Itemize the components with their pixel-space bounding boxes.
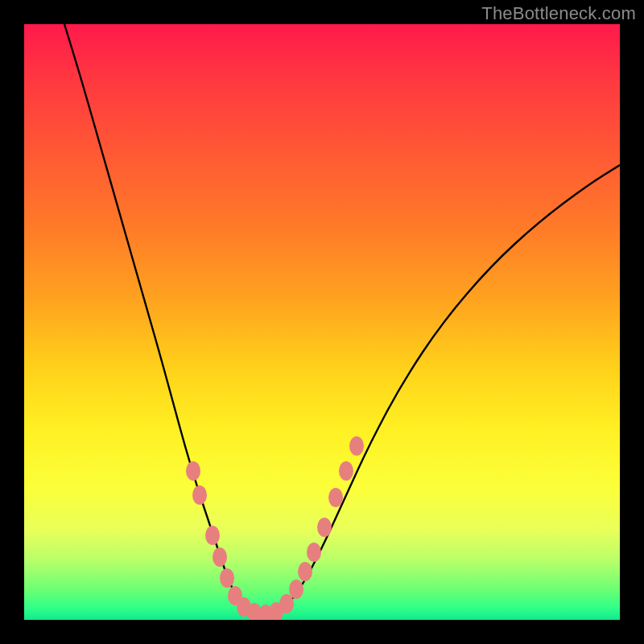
marker-dot — [307, 543, 321, 562]
chart-frame: TheBottleneck.com — [0, 0, 644, 644]
curve-right — [280, 165, 620, 610]
marker-dot — [339, 461, 353, 481]
watermark-text: TheBottleneck.com — [481, 3, 636, 24]
marker-dot — [213, 547, 227, 567]
marker-dot — [317, 518, 332, 537]
curve-left — [64, 24, 248, 610]
marker-dot — [279, 594, 294, 613]
marker-dot — [289, 580, 303, 599]
marker-dot — [349, 436, 364, 456]
marker-group — [186, 436, 364, 620]
curve-layer — [24, 24, 620, 620]
marker-dot — [220, 568, 234, 588]
marker-dot — [328, 488, 343, 507]
marker-dot — [192, 485, 207, 505]
marker-dot — [205, 526, 220, 545]
bottleneck-curve — [64, 24, 620, 613]
gradient-plot-area — [24, 24, 620, 620]
marker-dot — [298, 562, 312, 581]
marker-dot — [186, 461, 200, 481]
